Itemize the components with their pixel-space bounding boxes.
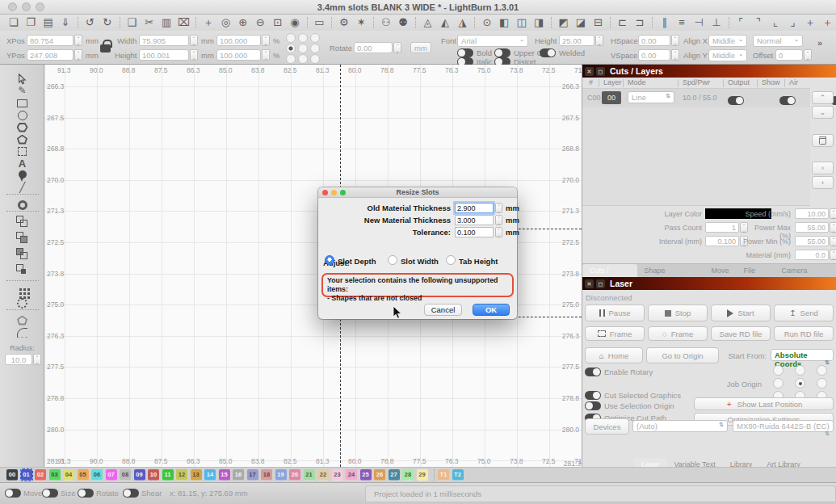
palette-swatch-02[interactable]: 02 <box>35 469 46 481</box>
palette-swatch-29[interactable]: 29 <box>417 469 428 481</box>
dialog-field-input[interactable]: 2.900 <box>455 203 494 213</box>
palette-swatch-22[interactable]: 22 <box>317 469 329 481</box>
pan-tool-icon[interactable]: ＋ <box>200 15 216 30</box>
dialog-field-input[interactable]: 3.000 <box>455 215 494 225</box>
copy-icon[interactable]: ❑ <box>124 15 141 30</box>
anchor-dot-0-0[interactable] <box>286 33 296 43</box>
layer-mode-combo[interactable]: Line⇅ <box>628 91 674 103</box>
corner-top-left-icon[interactable]: ⌜ <box>733 15 750 30</box>
radius-stepper[interactable] <box>33 354 41 365</box>
circular-array-tool[interactable] <box>0 297 44 309</box>
material-stepper[interactable] <box>830 250 836 260</box>
position-laser-tool[interactable] <box>0 170 44 182</box>
palette-swatch-24[interactable]: 24 <box>346 469 357 481</box>
dialog-field-stepper[interactable] <box>495 227 502 237</box>
width-field[interactable]: 75.905 <box>139 35 189 46</box>
dialog-zoom-icon[interactable] <box>340 190 346 195</box>
palette-swatch-10[interactable]: 10 <box>148 469 159 481</box>
palette-swatch-07[interactable]: 07 <box>106 469 117 481</box>
layer-output-toggle[interactable] <box>728 96 744 105</box>
corner-bottom-left-icon[interactable]: ⌞ <box>767 15 783 30</box>
palette-swatch-12[interactable]: 12 <box>176 469 187 481</box>
home-button[interactable]: ⌂Home <box>585 347 643 363</box>
anchor-dot-0-2[interactable] <box>310 33 320 43</box>
job-origin-dot-1-0[interactable] <box>773 378 783 388</box>
palette-swatch-09[interactable]: 09 <box>134 469 145 481</box>
offset-stepper[interactable] <box>804 49 812 61</box>
align-middle-icon[interactable]: ◪ <box>572 15 589 30</box>
hspace-stepper[interactable] <box>671 35 679 46</box>
radius-field[interactable]: 10.0 <box>5 354 32 365</box>
power-min-stepper[interactable] <box>830 236 836 246</box>
port-combo[interactable]: (Auto)⇅ <box>632 420 728 432</box>
close-panel-icon[interactable]: ✕ <box>585 279 594 288</box>
mirror-horizontal-icon[interactable]: ◭ <box>436 15 453 30</box>
vspace-stepper[interactable] <box>671 49 679 61</box>
edit-nodes-tool[interactable] <box>0 133 44 145</box>
cuts-layers-header[interactable]: ✕ ◻ Cuts / Layers <box>582 65 836 78</box>
laser-header[interactable]: ✕ ◻ Laser <box>582 277 836 290</box>
text-style-combo[interactable]: Normal⌄ <box>753 35 803 47</box>
align-right-icon[interactable]: ◨ <box>530 15 547 30</box>
height-percent-stepper[interactable] <box>262 49 270 61</box>
align-center-h-icon[interactable]: ◫ <box>513 15 530 30</box>
height-stepper[interactable] <box>190 49 198 61</box>
mirror-across-line-icon[interactable]: ◬ <box>419 15 436 30</box>
width-stepper[interactable] <box>190 35 198 46</box>
radio-slot-depth[interactable] <box>325 255 334 265</box>
power-max-stepper[interactable] <box>830 222 836 233</box>
anchor-dot-1-0[interactable] <box>286 44 296 53</box>
speed-field[interactable]: 10.00 <box>795 208 829 219</box>
edit-shape-tool[interactable] <box>0 145 44 158</box>
dialog-field-stepper[interactable] <box>495 203 502 213</box>
interval-field[interactable]: 0.100 <box>705 236 739 246</box>
weld-shapes-tool[interactable] <box>0 216 44 228</box>
font-height-field[interactable]: 25.00 <box>559 35 594 46</box>
ypos-field[interactable]: 247.908 <box>27 49 74 61</box>
mm-unit-button[interactable]: mm <box>410 42 431 53</box>
palette-swatch-06[interactable]: 06 <box>91 469 103 481</box>
dock-left-icon[interactable]: ⊏ <box>614 15 631 30</box>
dock-right-icon[interactable]: ⊐ <box>632 15 649 30</box>
float-panel-icon[interactable]: ◻ <box>596 67 605 76</box>
anchor-dot-0-1[interactable] <box>298 33 308 43</box>
palette-swatch-05[interactable]: 05 <box>78 469 89 481</box>
title-bar[interactable]: 3.4mm slots BLANK 3 WIDE * - LightBurn 1… <box>0 0 836 15</box>
draw-lines-tool[interactable]: ✎ <box>0 85 44 97</box>
job-origin-dot-1-1[interactable] <box>795 378 805 388</box>
anchor-dot-2-0[interactable] <box>286 54 296 64</box>
shear-toggle[interactable] <box>123 489 139 498</box>
welded-toggle[interactable] <box>540 48 556 57</box>
palette-swatch-14[interactable]: 14 <box>204 469 216 481</box>
job-origin-dot-0-2[interactable] <box>817 365 827 376</box>
palette-swatch-15[interactable]: 15 <box>219 469 230 481</box>
xpos-field[interactable]: 80.754 <box>27 35 74 46</box>
palette-swatch-28[interactable]: 28 <box>402 469 414 481</box>
layer-move-up-button[interactable]: ⌃ <box>812 91 834 104</box>
palette-swatch-13[interactable]: 13 <box>191 469 202 481</box>
palette-swatch-26[interactable]: 26 <box>374 469 385 481</box>
undo-icon[interactable]: ↺ <box>82 15 99 30</box>
dialog-field-input[interactable]: 0.100 <box>455 227 494 237</box>
xpos-stepper[interactable] <box>74 35 82 46</box>
align-target-icon[interactable]: ⊙ <box>478 15 495 30</box>
align-y-combo[interactable]: Middle⌄ <box>708 49 747 61</box>
job-origin-dot-0-0[interactable] <box>773 365 783 376</box>
ellipse-tool[interactable] <box>0 109 44 121</box>
job-origin-dot-0-1[interactable] <box>795 365 805 376</box>
layer-panel-collapse-button[interactable]: ‹ <box>812 176 834 189</box>
width-percent-field[interactable]: 100.000 <box>216 35 261 46</box>
corner-top-right-icon[interactable]: ⌝ <box>750 15 767 30</box>
job-origin-dot-1-2[interactable] <box>817 378 827 388</box>
measure-tool[interactable]: ╱ <box>0 182 44 194</box>
tab-shape-properties[interactable]: Shape Properties <box>637 264 704 277</box>
anchor-dot-2-1[interactable] <box>298 54 308 64</box>
rectangle-tool[interactable] <box>0 97 44 109</box>
show-last-position-button[interactable]: ＋Show Last Position <box>694 397 834 410</box>
zoom-out-icon[interactable]: ⊖ <box>251 15 268 30</box>
palette-swatch-27[interactable]: 27 <box>389 469 400 481</box>
tab-cuts---layers[interactable]: Cuts / Layers <box>582 264 637 277</box>
cancel-button[interactable]: Cancel <box>424 304 462 316</box>
zoom-tool-icon[interactable]: ◎ <box>217 15 234 30</box>
palette-swatch-00[interactable]: 00 <box>6 469 18 481</box>
